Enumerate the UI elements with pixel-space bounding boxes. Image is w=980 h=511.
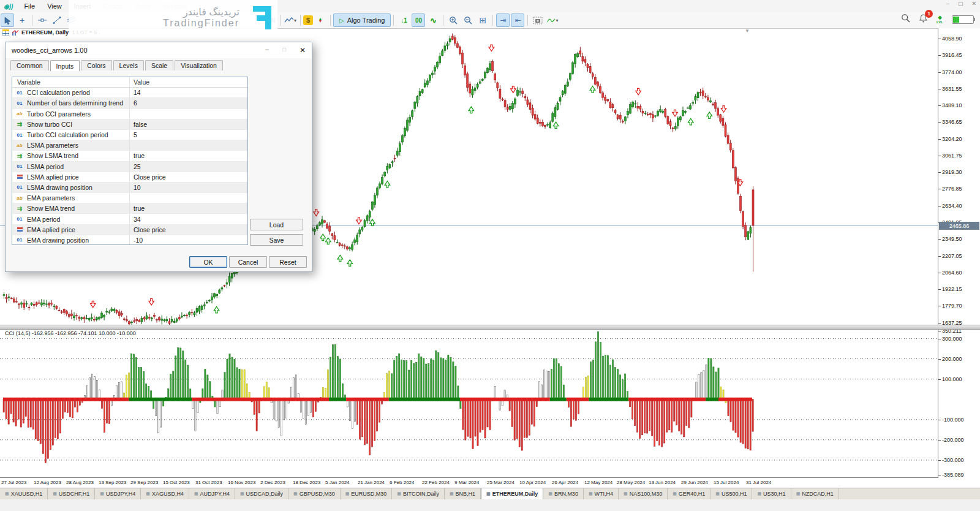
symbol-tab-usdjpyh4[interactable]: ▦USDJPY,H4 xyxy=(95,488,141,499)
parameter-row[interactable]: 01LSMA period25 xyxy=(12,162,247,172)
parameter-value[interactable]: 10 xyxy=(130,184,247,191)
algo-trading-button[interactable]: ▷ Algo Trading xyxy=(333,13,391,27)
parameter-row[interactable]: ⇉Show LSMA trendtrue xyxy=(12,151,247,161)
zoom-out-icon[interactable] xyxy=(461,13,475,27)
parameter-row[interactable]: 01Number of bars determining trend6 xyxy=(12,98,247,108)
symbol-tab-nas100m30[interactable]: ▦NAS100,M30 xyxy=(619,488,668,499)
symbol-tab-bnbh1[interactable]: ▦BNB,H1 xyxy=(445,488,481,499)
date-axis[interactable]: 27 Jul 202312 Aug 202328 Aug 202313 Sep … xyxy=(0,477,938,488)
reset-button[interactable]: Reset xyxy=(269,256,307,268)
indicators-icon[interactable]: ▾ xyxy=(546,13,559,27)
parameter-row[interactable]: 01Turbo CCI calculation period5 xyxy=(12,130,247,140)
bar-chart-icon[interactable]: 00 xyxy=(412,13,425,27)
sell-arrow-icon xyxy=(356,218,362,224)
parameter-value[interactable]: 5 xyxy=(130,131,247,138)
screenshot-camera-icon[interactable] xyxy=(531,13,545,27)
dialog-tab-colors[interactable]: Colors xyxy=(81,60,111,70)
dialog-minimize-icon[interactable]: – xyxy=(265,46,269,55)
dialog-tab-visualization[interactable]: Visualization xyxy=(175,60,223,70)
symbol-tab-ethereumdaily[interactable]: ▦ETHEREUM,Daily xyxy=(481,488,543,499)
parameter-label: Show LSMA trend xyxy=(27,152,78,159)
buy-sell-arrows-icon[interactable]: ▲ ▼ xyxy=(314,13,327,27)
line-chart-icon[interactable]: ∿ xyxy=(426,13,440,27)
dialog-tab-inputs[interactable]: Inputs xyxy=(50,60,80,71)
cancel-button[interactable]: Cancel xyxy=(229,256,267,268)
parameter-value[interactable]: 14 xyxy=(130,89,247,96)
symbol-tab-us500h1[interactable]: ▦US500,H1 xyxy=(710,488,752,499)
symbol-tab-brnm30[interactable]: ▦BRN,M30 xyxy=(543,488,584,499)
cci-indicator-chart[interactable] xyxy=(0,328,938,477)
parameter-value[interactable]: true xyxy=(130,152,247,159)
parameter-value[interactable]: true xyxy=(130,205,247,212)
parameter-row[interactable]: 01CCI calculation period14 xyxy=(12,88,247,98)
symbol-tab-usdcaddaily[interactable]: ▦USDCAD,Daily xyxy=(235,488,288,499)
dialog-maximize-icon[interactable]: □ xyxy=(282,46,286,55)
chart-autoscroll-icon[interactable]: ⇤ xyxy=(511,13,524,27)
symbol-tab-ger40h1[interactable]: ▦GER40,H1 xyxy=(668,488,710,499)
tick-chart-icon[interactable]: ↓1 xyxy=(397,13,410,27)
parameter-row[interactable]: 01EMA period34 xyxy=(12,214,247,224)
dialog-tab-levels[interactable]: Levels xyxy=(113,60,144,70)
symbol-tab-bitcoindaily[interactable]: ▦BITCOIN,Daily xyxy=(392,488,445,499)
price-tick-label: 3346.65 xyxy=(942,119,962,125)
symbol-tab-icon: ▦ xyxy=(53,491,57,496)
parameter-row[interactable]: 01EMA drawing position-10 xyxy=(12,235,247,245)
parameter-value[interactable]: Close price xyxy=(130,173,247,181)
parameter-value[interactable]: 25 xyxy=(130,163,247,170)
panel-splitter[interactable] xyxy=(0,325,980,330)
dialog-close-icon[interactable]: ✕ xyxy=(300,46,306,55)
dialog-titlebar[interactable]: woodies_cci_arrows 1.00 – □ ✕ xyxy=(6,42,312,58)
price-tick-label: 3489.10 xyxy=(942,102,962,108)
menu-view[interactable]: View xyxy=(41,1,68,11)
load-button[interactable]: Load xyxy=(250,219,303,230)
symbol-tab-usdchfh1[interactable]: ▦USDCHF,H1 xyxy=(48,488,95,499)
symbol-tab-label: USDCHF,H1 xyxy=(59,491,90,497)
symbol-tab-us30h1[interactable]: ▦US30,H1 xyxy=(752,488,791,499)
grid-icon[interactable]: ⊞ xyxy=(476,13,489,27)
cursor-tool-icon[interactable] xyxy=(1,13,14,27)
parameter-value[interactable]: 34 xyxy=(130,216,247,223)
search-icon[interactable] xyxy=(901,13,910,25)
parameter-row[interactable]: abTurbo CCI parameters xyxy=(12,109,247,119)
symbol-tab-audjpyh4[interactable]: ▦AUDJPY,H4 xyxy=(189,488,235,499)
symbol-tab-icon: ▦ xyxy=(624,491,628,496)
notifications-bell-icon[interactable]: 1 xyxy=(919,13,928,25)
price-axis[interactable]: 4058.903916.453774.003631.553489.103346.… xyxy=(938,28,980,478)
date-tick-label: 29 Jun 2024 xyxy=(681,480,708,485)
horizontal-line-tool-icon[interactable] xyxy=(36,13,49,27)
symbol-tab-wtih4[interactable]: ▦WTI,H4 xyxy=(584,488,619,499)
parameter-value[interactable]: false xyxy=(130,121,247,128)
date-tick-label: 12 Aug 2023 xyxy=(34,480,61,485)
symbol-tab-eurusdm30[interactable]: ▦EURUSD,M30 xyxy=(341,488,393,499)
parameter-row[interactable]: ⇉Show turbo CCIfalse xyxy=(12,119,247,130)
parameter-row[interactable]: 01LSMA drawing position10 xyxy=(12,183,247,193)
zoom-in-icon[interactable] xyxy=(447,13,460,27)
symbol-tab-gbpusdm30[interactable]: ▦GBPUSD,M30 xyxy=(288,488,341,499)
symbol-tab-xauusdh1[interactable]: ▦XAUUSD,H1 xyxy=(0,488,48,499)
parameter-row[interactable]: abLSMA parameters xyxy=(12,140,247,151)
ok-button[interactable]: OK xyxy=(189,256,227,268)
symbol-tab-nzdcadh1[interactable]: ▦NZDCAD,H1 xyxy=(791,488,839,499)
chart-type-icon[interactable]: ▾ xyxy=(284,13,297,27)
parameter-value[interactable]: -10 xyxy=(130,237,247,244)
dialog-tab-common[interactable]: Common xyxy=(10,60,49,70)
parameter-row[interactable]: EMA aplied priceClose price xyxy=(12,225,247,235)
trendline-tool-icon[interactable] xyxy=(50,13,64,27)
parameter-value[interactable]: 6 xyxy=(130,99,247,107)
symbol-tab-xagusdh4[interactable]: ▦XAGUSD,H4 xyxy=(141,488,189,499)
trade-levels-icon[interactable]: $ xyxy=(303,15,313,25)
parameter-row[interactable]: LSMA aplied priceClose price xyxy=(12,172,247,183)
dialog-tab-scale[interactable]: Scale xyxy=(145,60,173,70)
date-tick-label: 28 Aug 2023 xyxy=(66,480,94,485)
save-button[interactable]: Save xyxy=(250,234,303,246)
parameter-value[interactable]: Close price xyxy=(130,226,247,233)
chart-shift-end-icon[interactable]: ⇥ xyxy=(496,13,510,27)
menu-file[interactable]: File xyxy=(18,1,41,11)
window-minimize-icon[interactable]: – xyxy=(946,1,949,7)
window-close-icon[interactable]: ✕ xyxy=(971,1,976,7)
lvl-icon[interactable]: ◆ LVL xyxy=(937,15,943,24)
crosshair-tool-icon[interactable]: + xyxy=(15,13,29,27)
parameter-row[interactable]: ⇉Show EMA trendtrue xyxy=(12,203,247,214)
window-maximize-icon[interactable]: ▢ xyxy=(958,1,963,7)
parameter-row[interactable]: abEMA parameters xyxy=(12,193,247,203)
